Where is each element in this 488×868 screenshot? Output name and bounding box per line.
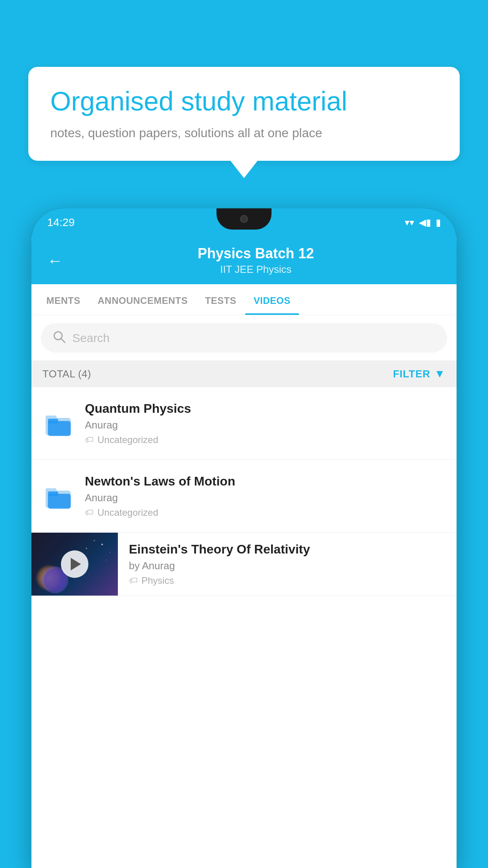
video-list-item[interactable]: Einstein's Theory Of Relativity by Anura… [31,533,457,596]
header-center: Physics Batch 12 IIT JEE Physics [71,245,441,276]
svg-point-14 [106,560,106,561]
filter-bar: TOTAL (4) FILTER ▼ [31,360,457,387]
video-author: by Anurag [129,560,446,572]
search-input[interactable]: Search [72,331,110,345]
svg-point-13 [86,548,87,549]
tab-videos[interactable]: VIDEOS [245,284,299,315]
item-tag: 🏷 Uncategorized [85,434,446,445]
video-title: Einstein's Theory Of Relativity [129,542,446,557]
item-tag: 🏷 Uncategorized [85,507,446,518]
speech-bubble: Organised study material notes, question… [28,67,460,161]
item-author: Anurag [85,492,446,504]
folder-icon [42,406,74,441]
app-header: ← Physics Batch 12 IIT JEE Physics [31,237,457,284]
status-icons: ▾▾ ◀▮ ▮ [405,217,441,228]
item-author: Anurag [85,419,446,431]
bubble-title: Organised study material [50,86,438,116]
play-button[interactable] [61,550,88,578]
total-count: TOTAL (4) [42,368,91,380]
bubble-subtitle: notes, question papers, solutions all at… [50,126,438,140]
svg-rect-5 [48,419,58,423]
tab-tests[interactable]: TESTS [196,284,245,315]
video-thumbnail [31,533,118,596]
header-subtitle: IIT JEE Physics [71,263,441,276]
list-item[interactable]: Quantum Physics Anurag 🏷 Uncategorized [31,387,457,460]
search-box[interactable]: Search [41,323,447,353]
signal-icon: ◀▮ [419,217,431,228]
tag-icon: 🏷 [85,435,94,445]
header-title: Physics Batch 12 [71,245,441,262]
svg-rect-9 [48,491,58,496]
phone-notch [216,208,272,230]
item-title: Newton's Laws of Motion [85,474,446,489]
status-bar: 14:29 ▾▾ ◀▮ ▮ [31,208,457,237]
folder-icon [42,478,74,514]
svg-point-12 [110,552,110,553]
list-item[interactable]: Newton's Laws of Motion Anurag 🏷 Uncateg… [31,460,457,533]
phone-frame: 14:29 ▾▾ ◀▮ ▮ ← Physics Batch 12 IIT JEE… [31,208,457,868]
svg-point-10 [101,544,103,545]
tab-ments[interactable]: MENTS [38,284,89,315]
svg-line-1 [61,338,65,342]
tag-icon: 🏷 [129,576,138,586]
tag-icon: 🏷 [85,508,94,518]
phone-screen: ← Physics Batch 12 IIT JEE Physics MENTS… [31,237,457,868]
search-container: Search [31,315,457,360]
play-icon [71,558,81,570]
video-content: Einstein's Theory Of Relativity by Anura… [129,533,446,596]
back-button[interactable]: ← [47,253,63,268]
filter-icon: ▼ [434,368,446,380]
svg-point-11 [94,540,95,541]
item-title: Quantum Physics [85,401,446,416]
video-tag: 🏷 Physics [129,575,446,586]
tab-bar: MENTS ANNOUNCEMENTS TESTS VIDEOS [31,284,457,315]
svg-point-16 [44,569,66,591]
search-icon [53,330,66,346]
item-content: Quantum Physics Anurag 🏷 Uncategorized [85,401,446,445]
wifi-icon: ▾▾ [405,217,414,228]
filter-button[interactable]: FILTER ▼ [393,368,446,380]
item-content: Newton's Laws of Motion Anurag 🏷 Uncateg… [85,474,446,518]
battery-icon: ▮ [436,217,441,228]
camera-icon [240,215,248,223]
status-time: 14:29 [47,216,75,229]
tab-announcements[interactable]: ANNOUNCEMENTS [89,284,196,315]
